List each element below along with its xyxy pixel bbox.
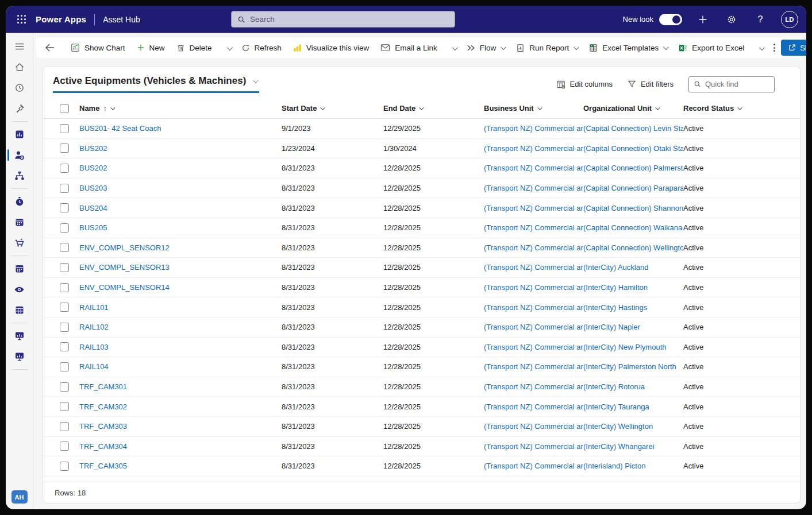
row-org-unit-link[interactable]: (InterCity) Hamilton (583, 283, 648, 292)
column-header-end-date[interactable]: End Date (383, 104, 484, 113)
environment-badge[interactable]: AH (11, 490, 28, 504)
row-checkbox[interactable] (60, 462, 69, 471)
hierarchy-icon[interactable] (8, 165, 31, 186)
row-business-unit-link[interactable]: (Transport NZ) Commercial and (484, 402, 583, 411)
row-checkbox[interactable] (60, 303, 69, 312)
row-checkbox[interactable] (60, 442, 69, 451)
row-checkbox[interactable] (60, 422, 69, 431)
row-checkbox[interactable] (60, 263, 69, 272)
table-row[interactable]: TRF_CAM303 8/31/2023 12/28/2025 (Transpo… (43, 417, 800, 437)
row-org-unit-link[interactable]: (Interisland) Picton (583, 462, 645, 470)
table-row[interactable]: TRF_CAM304 8/31/2023 12/28/2025 (Transpo… (43, 437, 800, 457)
monitor-chart-icon[interactable] (8, 326, 31, 346)
row-org-unit-link[interactable]: (InterCity) Wellington (583, 422, 653, 431)
row-name-link[interactable]: ENV_COMPL_SENSOR12 (79, 243, 170, 252)
table-row[interactable]: BUS203 8/31/2023 12/28/2025 (Transport N… (43, 179, 800, 199)
row-business-unit-link[interactable]: (Transport NZ) Commercial and (484, 303, 583, 312)
global-search-input[interactable] (250, 15, 449, 24)
row-org-unit-link[interactable]: (Capital Connection) Paraparaumu (583, 184, 683, 192)
calendar-grid-icon[interactable] (8, 300, 31, 320)
row-name-link[interactable]: BUS201- 42 Seat Coach (79, 124, 161, 133)
row-business-unit-link[interactable]: (Transport NZ) Commercial and (484, 204, 583, 212)
row-name-link[interactable]: TRF_CAM302 (79, 402, 127, 411)
visualize-view-button[interactable]: Visualize this view (287, 40, 375, 56)
table-row[interactable]: BUS202 1/23/2024 1/30/2024 (Transport NZ… (43, 139, 800, 159)
refresh-button[interactable]: Refresh (236, 40, 287, 56)
avatar[interactable]: LD (781, 11, 798, 28)
row-org-unit-link[interactable]: (Capital Connection) Levin Station (583, 124, 683, 133)
row-business-unit-link[interactable]: (Transport NZ) Commercial and (484, 124, 583, 133)
table-row[interactable]: BUS204 8/31/2023 12/28/2025 (Transport N… (43, 198, 800, 218)
row-name-link[interactable]: BUS203 (79, 184, 107, 192)
edit-columns-button[interactable]: Edit columns (556, 80, 613, 89)
row-checkbox[interactable] (60, 323, 69, 332)
column-header-record-status[interactable]: Record Status (683, 104, 800, 113)
row-org-unit-link[interactable]: (Capital Connection) Waikanae Station (583, 223, 683, 232)
row-checkbox[interactable] (60, 283, 69, 292)
column-header-business-unit[interactable]: Business Unit (484, 104, 583, 113)
row-checkbox[interactable] (60, 402, 69, 411)
row-name-link[interactable]: TRF_CAM303 (79, 422, 127, 431)
row-name-link[interactable]: BUS202 (79, 144, 107, 153)
row-checkbox[interactable] (60, 124, 69, 133)
row-business-unit-link[interactable]: (Transport NZ) Commercial and (484, 422, 583, 431)
quick-find-box[interactable] (688, 76, 775, 92)
row-business-unit-link[interactable]: (Transport NZ) Commercial and (484, 223, 583, 232)
row-checkbox[interactable] (60, 243, 69, 252)
row-org-unit-link[interactable]: (InterCity) Hastings (583, 303, 647, 312)
row-business-unit-link[interactable]: (Transport NZ) Commercial and (484, 382, 583, 391)
new-look-toggle[interactable] (659, 14, 682, 25)
help-icon[interactable]: ? (752, 11, 768, 28)
calendar-icon[interactable] (8, 212, 31, 233)
dashboard-icon[interactable] (8, 124, 31, 145)
row-org-unit-link[interactable]: (Capital Connection) Shannon Station (583, 204, 683, 212)
table-row[interactable]: TRF_CAM305 8/31/2023 12/28/2025 (Transpo… (43, 456, 800, 477)
row-business-unit-link[interactable]: (Transport NZ) Commercial and (484, 283, 583, 292)
home-icon[interactable] (8, 57, 31, 78)
cart-icon[interactable] (8, 233, 31, 253)
row-checkbox[interactable] (60, 164, 69, 173)
table-row[interactable]: TRF_CAM302 8/31/2023 12/28/2025 (Transpo… (43, 397, 800, 417)
row-name-link[interactable]: ENV_COMPL_SENSOR13 (79, 263, 170, 272)
row-name-link[interactable]: BUS202 (79, 164, 107, 172)
table-row[interactable]: RAIL103 8/31/2023 12/28/2025 (Transport … (43, 338, 800, 358)
menu-icon[interactable] (8, 36, 31, 57)
table-row[interactable]: BUS202 8/31/2023 12/28/2025 (Transport N… (43, 158, 800, 179)
row-business-unit-link[interactable]: (Transport NZ) Commercial and (484, 164, 583, 172)
row-name-link[interactable]: ENV_COMPL_SENSOR14 (79, 283, 170, 292)
edit-filters-button[interactable]: Edit filters (628, 80, 674, 88)
overflow-chevron-icon[interactable] (448, 40, 461, 56)
new-button[interactable]: New (131, 40, 171, 56)
share-button[interactable]: Share (781, 40, 806, 56)
row-business-unit-link[interactable]: (Transport NZ) Commercial and (484, 243, 583, 252)
overflow-chevron-icon[interactable] (222, 40, 236, 56)
row-org-unit-link[interactable]: (Capital Connection) Palmerston North (583, 164, 683, 172)
row-name-link[interactable]: TRF_CAM301 (79, 382, 127, 391)
flow-button[interactable]: Flow (461, 40, 511, 56)
row-name-link[interactable]: BUS205 (79, 223, 107, 232)
table-row[interactable]: RAIL104 8/31/2023 12/28/2025 (Transport … (43, 357, 800, 377)
app-title[interactable]: Asset Hub (103, 15, 140, 24)
table-row[interactable]: ENV_COMPL_SENSOR14 8/31/2023 12/28/2025 … (43, 278, 800, 298)
table-row[interactable]: BUS201- 42 Seat Coach 9/1/2023 12/29/202… (43, 119, 800, 139)
assets-person-icon[interactable] (8, 145, 31, 165)
row-org-unit-link[interactable]: (InterCity) Rotorua (583, 382, 645, 391)
row-org-unit-link[interactable]: (Capital Connection) Wellington (583, 243, 683, 252)
monitor-chart-icon[interactable] (8, 346, 31, 367)
export-excel-button[interactable]: Export to Excel (673, 40, 750, 56)
row-name-link[interactable]: RAIL102 (79, 323, 109, 331)
stopwatch-icon[interactable] (8, 191, 31, 212)
settings-gear-icon[interactable] (724, 11, 740, 28)
row-checkbox[interactable] (60, 342, 69, 351)
calendar-icon[interactable] (8, 258, 31, 279)
row-name-link[interactable]: RAIL104 (79, 362, 109, 371)
row-business-unit-link[interactable]: (Transport NZ) Commercial and (484, 144, 583, 153)
row-business-unit-link[interactable]: (Transport NZ) Commercial and (484, 323, 583, 331)
row-business-unit-link[interactable]: (Transport NZ) Commercial and (484, 362, 583, 371)
row-business-unit-link[interactable]: (Transport NZ) Commercial and (484, 462, 583, 470)
row-checkbox[interactable] (60, 144, 69, 153)
column-header-start-date[interactable]: Start Date (282, 104, 383, 113)
row-checkbox[interactable] (60, 184, 69, 193)
table-row[interactable]: RAIL102 8/31/2023 12/28/2025 (Transport … (43, 317, 800, 338)
table-row[interactable]: ENV_COMPL_SENSOR12 8/31/2023 12/28/2025 … (43, 238, 800, 258)
